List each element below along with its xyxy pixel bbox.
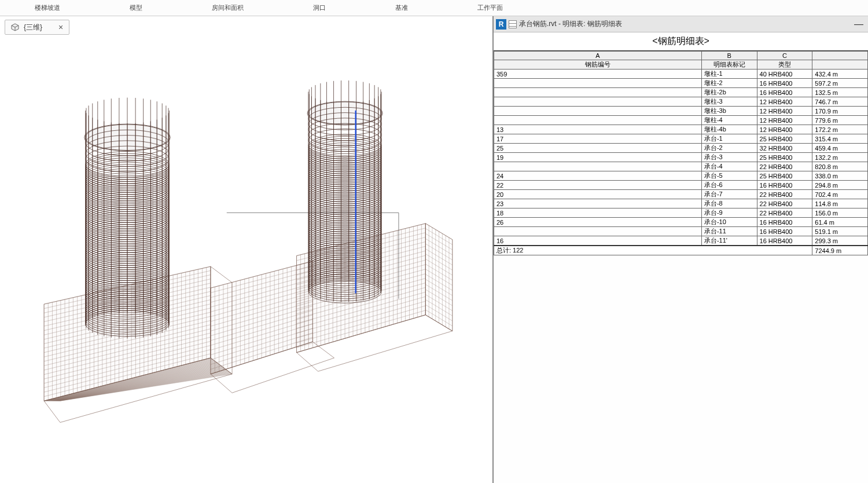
table-cell[interactable]: 20: [494, 190, 702, 199]
col-b-letter[interactable]: B: [701, 52, 757, 60]
header-rebar-number[interactable]: 钢筋编号: [494, 60, 702, 69]
col-c-letter[interactable]: C: [757, 52, 812, 60]
col-a-letter[interactable]: A: [494, 52, 702, 60]
table-cell[interactable]: 19: [494, 153, 702, 162]
table-cell[interactable]: 22 HRB400: [757, 199, 812, 208]
table-cell[interactable]: 299.3 m: [812, 236, 868, 246]
table-cell[interactable]: 114.8 m: [812, 199, 868, 208]
table-cell[interactable]: 16 HRB400: [757, 79, 812, 88]
table-cell[interactable]: 12 HRB400: [757, 116, 812, 125]
table-cell[interactable]: 746.7 m: [812, 97, 868, 107]
table-row[interactable]: 19承台-325 HRB400132.2 m: [494, 153, 868, 162]
table-cell[interactable]: [494, 88, 702, 97]
table-cell[interactable]: 23: [494, 199, 702, 208]
table-cell[interactable]: 墩柱-4b: [701, 125, 757, 134]
header-extra[interactable]: [812, 60, 868, 69]
table-cell[interactable]: 墩柱-3: [701, 97, 757, 107]
table-cell[interactable]: 25 HRB400: [757, 134, 812, 144]
table-cell[interactable]: [494, 79, 702, 88]
close-icon[interactable]: ×: [58, 23, 63, 32]
table-cell[interactable]: 779.6 m: [812, 116, 868, 125]
table-row[interactable]: 24承台-525 HRB400338.0 m: [494, 171, 868, 181]
table-cell[interactable]: 承台-10: [701, 218, 757, 227]
table-row[interactable]: 23承台-822 HRB400114.8 m: [494, 199, 868, 208]
table-cell[interactable]: [494, 116, 702, 125]
table-cell[interactable]: 承台-1: [701, 134, 757, 144]
ribbon-tab-stair[interactable]: 楼梯坡道: [0, 0, 95, 16]
table-row[interactable]: 承台-422 HRB400820.8 m: [494, 162, 868, 171]
ribbon-tab-opening[interactable]: 洞口: [278, 0, 361, 16]
table-cell[interactable]: 432.4 m: [812, 69, 868, 79]
table-cell[interactable]: 132.5 m: [812, 88, 868, 97]
table-cell[interactable]: [494, 107, 702, 116]
table-cell[interactable]: 172.2 m: [812, 125, 868, 134]
table-cell[interactable]: 22 HRB400: [757, 190, 812, 199]
table-cell[interactable]: 25 HRB400: [757, 171, 812, 181]
table-row[interactable]: 22承台-616 HRB400294.8 m: [494, 181, 868, 190]
table-cell[interactable]: 承台-9: [701, 208, 757, 218]
table-cell[interactable]: 墩柱-2b: [701, 88, 757, 97]
table-cell[interactable]: 承台-11': [701, 236, 757, 246]
table-row[interactable]: 20承台-722 HRB400702.4 m: [494, 190, 868, 199]
header-type[interactable]: 类型: [757, 60, 812, 69]
table-cell[interactable]: 820.8 m: [812, 162, 868, 171]
table-cell[interactable]: 12 HRB400: [757, 125, 812, 134]
ribbon-tab-workplane[interactable]: 工作平面: [443, 0, 538, 16]
table-row[interactable]: 18承台-922 HRB400156.0 m: [494, 208, 868, 218]
table-cell[interactable]: 承台-8: [701, 199, 757, 208]
table-cell[interactable]: 338.0 m: [812, 171, 868, 181]
table-cell[interactable]: 32 HRB400: [757, 144, 812, 153]
table-cell[interactable]: 22: [494, 181, 702, 190]
table-cell[interactable]: 170.9 m: [812, 107, 868, 116]
table-cell[interactable]: 承台-5: [701, 171, 757, 181]
table-row[interactable]: 359墩柱-140 HRB400432.4 m: [494, 69, 868, 79]
col-d-letter[interactable]: [812, 52, 868, 60]
table-row[interactable]: 墩柱-3b12 HRB400170.9 m: [494, 107, 868, 116]
table-cell[interactable]: 16 HRB400: [757, 181, 812, 190]
table-row[interactable]: 26承台-1016 HRB40061.4 m: [494, 218, 868, 227]
table-cell[interactable]: 156.0 m: [812, 208, 868, 218]
table-cell[interactable]: 墩柱-1: [701, 69, 757, 79]
table-cell[interactable]: 597.2 m: [812, 79, 868, 88]
table-cell[interactable]: 26: [494, 218, 702, 227]
table-cell[interactable]: 承台-7: [701, 190, 757, 199]
table-row[interactable]: 13墩柱-4b12 HRB400172.2 m: [494, 125, 868, 134]
table-row[interactable]: 25承台-232 HRB400459.4 m: [494, 144, 868, 153]
table-cell[interactable]: 132.2 m: [812, 153, 868, 162]
table-row[interactable]: 17承台-125 HRB400315.4 m: [494, 134, 868, 144]
table-cell[interactable]: 294.8 m: [812, 181, 868, 190]
table-cell[interactable]: 61.4 m: [812, 218, 868, 227]
ribbon-tab-datum[interactable]: 基准: [361, 0, 443, 16]
table-row[interactable]: 墩柱-2b16 HRB400132.5 m: [494, 88, 868, 97]
canvas-3d-view[interactable]: [0, 39, 492, 483]
minimize-icon[interactable]: —: [854, 19, 863, 30]
table-cell[interactable]: 359: [494, 69, 702, 79]
table-cell[interactable]: 459.4 m: [812, 144, 868, 153]
table-cell[interactable]: 承台-6: [701, 181, 757, 190]
schedule-table[interactable]: A B C 钢筋编号 明细表标记 类型 359墩柱-140 HRB400432.…: [494, 51, 868, 255]
ribbon-tab-room[interactable]: 房间和面积: [177, 0, 278, 16]
table-cell[interactable]: [494, 97, 702, 107]
table-cell[interactable]: 17: [494, 134, 702, 144]
table-cell[interactable]: 16: [494, 236, 702, 246]
table-cell[interactable]: 24: [494, 171, 702, 181]
table-cell[interactable]: 承台-4: [701, 162, 757, 171]
table-cell[interactable]: 702.4 m: [812, 190, 868, 199]
table-cell[interactable]: 16 HRB400: [757, 236, 812, 246]
table-row[interactable]: 墩柱-312 HRB400746.7 m: [494, 97, 868, 107]
view-tab-3d[interactable]: {三维} ×: [5, 20, 69, 35]
table-cell[interactable]: 315.4 m: [812, 134, 868, 144]
table-cell[interactable]: [494, 162, 702, 171]
table-cell[interactable]: 承台-11: [701, 227, 757, 236]
table-cell[interactable]: 22 HRB400: [757, 162, 812, 171]
table-cell[interactable]: 12 HRB400: [757, 97, 812, 107]
table-cell[interactable]: 40 HRB400: [757, 69, 812, 79]
table-cell[interactable]: 25: [494, 144, 702, 153]
table-cell[interactable]: 16 HRB400: [757, 218, 812, 227]
table-cell[interactable]: 16 HRB400: [757, 88, 812, 97]
table-cell[interactable]: 16 HRB400: [757, 227, 812, 236]
table-cell[interactable]: 承台-3: [701, 153, 757, 162]
table-row[interactable]: 承台-1116 HRB400519.1 m: [494, 227, 868, 236]
ribbon-tab-model[interactable]: 模型: [95, 0, 177, 16]
header-schedule-mark[interactable]: 明细表标记: [701, 60, 757, 69]
